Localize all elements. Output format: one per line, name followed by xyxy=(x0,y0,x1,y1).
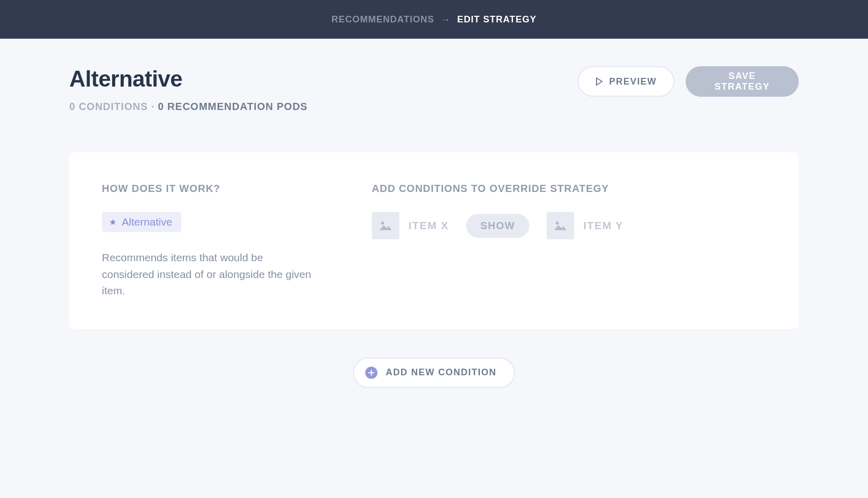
breadcrumb: Recommendations → Edit Strategy xyxy=(332,14,536,25)
condition-item-x: Item X xyxy=(372,212,449,239)
preview-label: Preview xyxy=(609,76,657,87)
save-strategy-button[interactable]: Save Strategy xyxy=(686,66,799,97)
title-row: Alternative 0 Conditions · 0 Recommendat… xyxy=(69,66,799,113)
conditions-count: 0 Conditions xyxy=(69,101,148,112)
star-icon xyxy=(109,218,117,226)
conditions-heading: Add conditions to override strategy xyxy=(372,183,766,195)
item-x-label: Item X xyxy=(409,219,449,232)
condition-item-y: Item Y xyxy=(547,212,623,239)
how-it-works-section: How does it work? Alternative Recommends… xyxy=(102,183,336,299)
breadcrumb-current: Edit Strategy xyxy=(457,14,536,25)
show-pill: Show xyxy=(466,214,529,238)
image-placeholder-icon xyxy=(372,212,399,239)
preview-button[interactable]: Preview xyxy=(578,66,674,97)
strategy-description: Recommends items that would be considere… xyxy=(102,250,316,299)
how-it-works-heading: How does it work? xyxy=(102,183,336,195)
plus-circle-icon xyxy=(365,367,377,379)
item-y-label: Item Y xyxy=(583,219,623,232)
page-title: Alternative xyxy=(69,66,308,92)
save-label: Save Strategy xyxy=(704,71,780,92)
content-wrap: Alternative 0 Conditions · 0 Recommendat… xyxy=(0,39,868,388)
arrow-right-icon: → xyxy=(440,14,451,25)
strategy-tag: Alternative xyxy=(102,212,181,232)
image-placeholder-icon xyxy=(547,212,574,239)
conditions-section: Add conditions to override strategy Item… xyxy=(372,183,766,299)
separator: · xyxy=(151,101,155,112)
svg-point-0 xyxy=(381,222,384,225)
page-subtitle: 0 Conditions · 0 Recommendation Pods xyxy=(69,101,308,113)
add-condition-wrap: Add New Condition xyxy=(69,357,799,388)
breadcrumb-parent[interactable]: Recommendations xyxy=(332,14,435,25)
info-card: How does it work? Alternative Recommends… xyxy=(69,152,799,329)
strategy-tag-label: Alternative xyxy=(122,216,172,228)
pods-count: 0 Recommendation Pods xyxy=(158,101,308,112)
title-block: Alternative 0 Conditions · 0 Recommendat… xyxy=(69,66,308,113)
condition-row: Item X Show Item Y xyxy=(372,212,766,239)
play-icon xyxy=(595,77,603,86)
action-buttons: Preview Save Strategy xyxy=(578,66,799,97)
svg-point-1 xyxy=(556,222,559,225)
add-condition-label: Add New Condition xyxy=(386,367,497,378)
add-condition-button[interactable]: Add New Condition xyxy=(353,357,515,388)
header-bar: Recommendations → Edit Strategy xyxy=(0,0,868,39)
